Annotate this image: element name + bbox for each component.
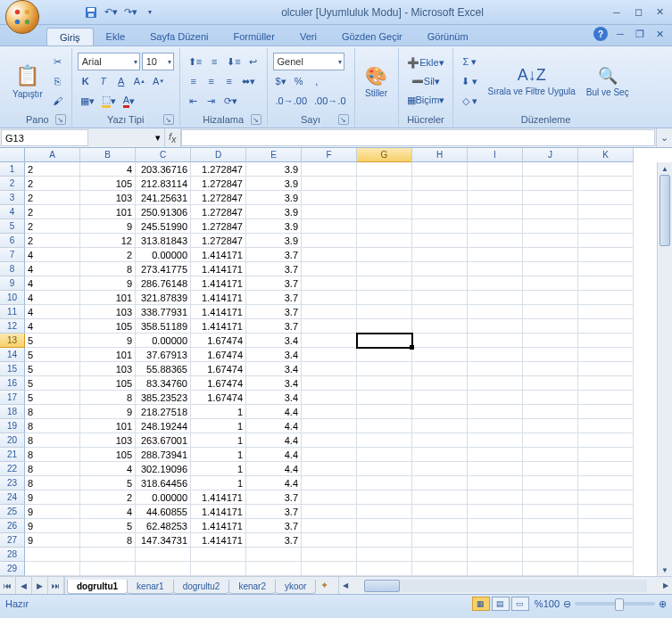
scroll-down-button[interactable]: ▼ [658, 564, 672, 576]
cell-B11[interactable]: 103 [80, 305, 136, 319]
cell-E19[interactable]: 4.4 [246, 419, 302, 433]
cell-H13[interactable] [412, 334, 468, 348]
cell-K28[interactable] [578, 548, 634, 562]
cell-C29[interactable] [136, 562, 191, 576]
cell-H15[interactable] [412, 362, 468, 376]
cell-D3[interactable]: 1.272847 [191, 191, 246, 205]
paste-button[interactable]: 📋 Yapıştır [9, 62, 46, 101]
cell-K22[interactable] [578, 462, 634, 476]
cell-K26[interactable] [578, 519, 634, 533]
insert-sheet-button[interactable]: ✦ [315, 577, 333, 594]
cell-G17[interactable] [357, 391, 412, 405]
cell-G13[interactable] [357, 334, 412, 348]
cell-I23[interactable] [468, 476, 523, 490]
italic-button[interactable]: T [95, 72, 112, 90]
cell-B8[interactable]: 8 [80, 262, 136, 276]
cell-K12[interactable] [578, 319, 634, 334]
cell-K6[interactable] [578, 234, 634, 248]
cell-E27[interactable]: 3.7 [246, 533, 302, 548]
row-header-4[interactable]: 4 [0, 205, 25, 219]
align-top-button[interactable]: ⬆≡ [186, 53, 204, 70]
cell-D29[interactable] [191, 562, 246, 576]
cell-A17[interactable]: 5 [25, 391, 80, 405]
cell-B16[interactable]: 105 [80, 376, 136, 391]
cell-G5[interactable] [357, 219, 412, 234]
cell-I25[interactable] [468, 505, 523, 519]
cell-I4[interactable] [468, 205, 523, 219]
col-header-G[interactable]: G [357, 148, 412, 162]
cell-H25[interactable] [412, 505, 468, 519]
cell-J18[interactable] [523, 405, 578, 419]
cell-D8[interactable]: 1.414171 [191, 262, 246, 276]
cell-C14[interactable]: 37.67913 [136, 348, 191, 362]
cell-F3[interactable] [302, 191, 357, 205]
cell-B5[interactable]: 9 [80, 219, 136, 234]
close-button[interactable]: ✕ [651, 5, 668, 20]
cell-E26[interactable]: 3.7 [246, 519, 302, 533]
cell-E8[interactable]: 3.7 [246, 262, 302, 276]
cell-A1[interactable]: 2 [25, 162, 80, 177]
cell-F25[interactable] [302, 505, 357, 519]
cell-F4[interactable] [302, 205, 357, 219]
cell-A16[interactable]: 5 [25, 376, 80, 391]
row-header-27[interactable]: 27 [0, 533, 25, 548]
cell-C15[interactable]: 55.88365 [136, 362, 191, 376]
cell-I9[interactable] [468, 276, 523, 291]
cell-I26[interactable] [468, 519, 523, 533]
cell-H19[interactable] [412, 419, 468, 433]
cell-B13[interactable]: 9 [80, 334, 136, 348]
cell-H28[interactable] [412, 548, 468, 562]
help-icon[interactable]: ? [593, 27, 608, 41]
row-header-3[interactable]: 3 [0, 191, 25, 205]
ribbon-tab-giriş[interactable]: Giriş [46, 28, 94, 45]
cell-K19[interactable] [578, 419, 634, 433]
cell-J4[interactable] [523, 205, 578, 219]
cell-J28[interactable] [523, 548, 578, 562]
cell-J17[interactable] [523, 391, 578, 405]
cell-H24[interactable] [412, 490, 468, 505]
increase-decimal-button[interactable]: .0→.00 [273, 92, 310, 110]
cell-H23[interactable] [412, 476, 468, 490]
cell-H21[interactable] [412, 448, 468, 462]
cell-C23[interactable]: 318.64456 [136, 476, 191, 490]
cell-I7[interactable] [468, 248, 523, 262]
cell-D18[interactable]: 1 [191, 405, 246, 419]
cell-A24[interactable]: 9 [25, 490, 80, 505]
zoom-out-button[interactable]: ⊖ [563, 598, 571, 610]
qat-customize-icon[interactable]: ▾ [143, 5, 157, 20]
sheet-nav-prev[interactable]: ◀ [16, 577, 32, 594]
row-header-5[interactable]: 5 [0, 219, 25, 234]
cell-E10[interactable]: 3.7 [246, 291, 302, 305]
col-header-E[interactable]: E [246, 148, 302, 162]
cell-I13[interactable] [468, 334, 523, 348]
row-header-26[interactable]: 26 [0, 519, 25, 533]
col-header-C[interactable]: C [136, 148, 191, 162]
cell-H2[interactable] [412, 177, 468, 191]
cell-B24[interactable]: 2 [80, 490, 136, 505]
orientation-button[interactable]: ⟳▾ [221, 92, 240, 110]
cell-J12[interactable] [523, 319, 578, 334]
mdi-minimize-button[interactable]: ─ [613, 27, 627, 41]
cell-A26[interactable]: 9 [25, 519, 80, 533]
cell-E14[interactable]: 3.4 [246, 348, 302, 362]
ribbon-tab-ekle[interactable]: Ekle [94, 28, 137, 45]
hscroll-left[interactable]: ◀ [339, 581, 352, 589]
cell-C2[interactable]: 212.83114 [136, 177, 191, 191]
cell-K10[interactable] [578, 291, 634, 305]
cell-D15[interactable]: 1.67474 [191, 362, 246, 376]
cell-I28[interactable] [468, 548, 523, 562]
cell-F24[interactable] [302, 490, 357, 505]
cell-H16[interactable] [412, 376, 468, 391]
cell-B7[interactable]: 2 [80, 248, 136, 262]
cell-B19[interactable]: 101 [80, 419, 136, 433]
cell-F18[interactable] [302, 405, 357, 419]
cell-I14[interactable] [468, 348, 523, 362]
cell-B1[interactable]: 4 [80, 162, 136, 177]
cell-A21[interactable]: 8 [25, 448, 80, 462]
cell-H5[interactable] [412, 219, 468, 234]
cell-D27[interactable]: 1.414171 [191, 533, 246, 548]
cell-E18[interactable]: 4.4 [246, 405, 302, 419]
cell-C9[interactable]: 286.76148 [136, 276, 191, 291]
cell-D19[interactable]: 1 [191, 419, 246, 433]
cell-D6[interactable]: 1.272847 [191, 234, 246, 248]
